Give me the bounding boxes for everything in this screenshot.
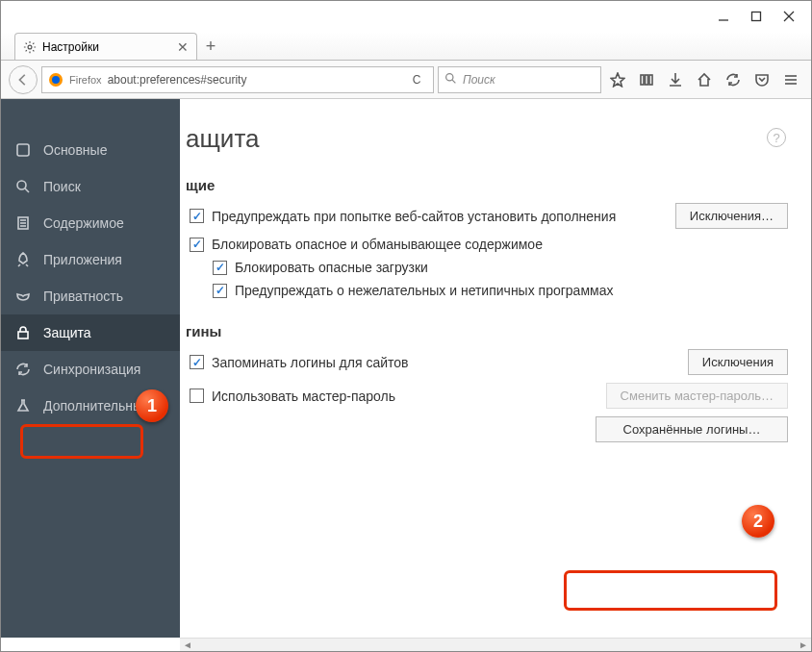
sidebar-item-label: Приватность: [43, 288, 123, 304]
svg-rect-1: [752, 13, 761, 21]
checkbox-remember-logins[interactable]: [190, 355, 204, 369]
svg-point-16: [17, 181, 26, 189]
sidebar-item-label: Содержимое: [43, 215, 124, 231]
horizontal-scrollbar[interactable]: ◄ ►: [180, 638, 811, 651]
section-general-heading: щие: [186, 177, 788, 193]
label-block-downloads: Блокировать опасные загрузки: [235, 260, 428, 275]
sidebar-item-search[interactable]: Поиск: [1, 168, 180, 205]
sidebar-item-label: Основные: [43, 142, 107, 158]
home-icon[interactable]: [692, 67, 717, 92]
label-remember-logins: Запоминать логины для сайтов: [212, 355, 408, 370]
page-title: ащита: [186, 124, 788, 154]
sync-icon: [14, 361, 32, 378]
exceptions-logins-button[interactable]: Исключения: [688, 349, 788, 375]
svg-line-8: [452, 80, 455, 83]
label-warn-addons: Предупреждать при попытке веб-сайтов уст…: [212, 209, 616, 224]
window-close-button[interactable]: [773, 5, 805, 28]
firefox-icon: [48, 72, 63, 88]
menu-icon[interactable]: [778, 67, 803, 92]
search-icon: [444, 72, 457, 88]
sidebar-item-applications[interactable]: Приложения: [1, 241, 180, 278]
sync-icon[interactable]: [721, 67, 746, 92]
new-tab-button[interactable]: +: [197, 33, 224, 60]
annotation-marker-2: 2: [742, 505, 774, 538]
label-block-dangerous: Блокировать опасное и обманывающее содер…: [212, 237, 543, 252]
checkbox-master-password[interactable]: [190, 389, 204, 403]
gear-icon: [23, 40, 37, 54]
svg-point-7: [446, 73, 453, 80]
checkbox-warn-unwanted[interactable]: [213, 284, 227, 298]
label-warn-unwanted: Предупреждать о нежелательных и нетипичн…: [235, 283, 613, 298]
scroll-left-arrow[interactable]: ◄: [180, 639, 195, 650]
svg-rect-10: [646, 75, 648, 85]
svg-rect-11: [649, 75, 652, 85]
svg-line-17: [25, 188, 29, 192]
window-minimize-button[interactable]: [707, 5, 740, 28]
tab-strip: Настройки ✕ +: [1, 32, 811, 61]
sidebar-item-security[interactable]: Защита: [1, 314, 180, 351]
search-bar[interactable]: Поиск: [438, 66, 601, 93]
svg-point-6: [52, 76, 60, 84]
sidebar-item-label: Приложения: [43, 252, 122, 267]
section-logins-heading: гины: [186, 323, 788, 339]
tab-title: Настройки: [42, 40, 99, 54]
downloads-icon[interactable]: [663, 67, 688, 92]
preferences-main: ащита ? щие Предупреждать при попытке ве…: [180, 99, 811, 638]
document-icon: [14, 214, 32, 232]
mask-icon: [14, 288, 32, 305]
label-master-password: Использовать мастер-пароль: [212, 389, 395, 404]
tab-close-button[interactable]: ✕: [177, 39, 189, 55]
exceptions-addons-button[interactable]: Исключения…: [675, 203, 788, 229]
window-titlebar: [1, 1, 811, 32]
tab-settings[interactable]: Настройки ✕: [14, 33, 197, 60]
sidebar-item-label: Поиск: [43, 179, 81, 194]
svg-rect-15: [17, 144, 29, 156]
nav-toolbar: Firefox about:preferences#security C Пои…: [1, 61, 811, 99]
sidebar-item-label: Синхронизация: [43, 362, 140, 377]
sidebar-item-content[interactable]: Содержимое: [1, 205, 180, 241]
reload-button[interactable]: C: [406, 73, 427, 87]
flask-icon: [14, 397, 32, 414]
rocket-icon: [14, 251, 32, 268]
svg-point-4: [28, 45, 32, 49]
sidebar-item-privacy[interactable]: Приватность: [1, 278, 180, 314]
change-master-password-button[interactable]: Сменить мастер-пароль…: [606, 383, 788, 409]
search-icon: [14, 178, 32, 195]
sidebar-item-sync[interactable]: Синхронизация: [1, 351, 180, 388]
checkbox-warn-addons[interactable]: [190, 209, 204, 223]
sidebar-item-general[interactable]: Основные: [1, 132, 180, 168]
preferences-sidebar: Основные Поиск Содержимое Приложения При…: [1, 99, 180, 638]
library-icon[interactable]: [634, 67, 659, 92]
checkbox-block-dangerous[interactable]: [190, 238, 204, 252]
window-maximize-button[interactable]: [740, 5, 773, 28]
urlbar-brand: Firefox: [69, 74, 102, 86]
saved-logins-button[interactable]: Сохранённые логины…: [596, 416, 788, 442]
svg-rect-9: [641, 75, 644, 85]
scroll-right-arrow[interactable]: ►: [796, 639, 811, 650]
svg-rect-22: [18, 332, 28, 339]
url-bar[interactable]: Firefox about:preferences#security C: [41, 66, 434, 93]
lock-icon: [14, 324, 32, 341]
annotation-marker-1: 1: [136, 389, 168, 422]
search-placeholder: Поиск: [463, 73, 495, 87]
sidebar-item-label: Дополнительные: [43, 398, 150, 414]
square-icon: [14, 141, 32, 159]
checkbox-block-downloads[interactable]: [213, 261, 227, 275]
help-button[interactable]: ?: [767, 128, 786, 147]
bookmark-star-icon[interactable]: [605, 67, 630, 92]
urlbar-text: about:preferences#security: [108, 73, 247, 87]
back-button[interactable]: [9, 65, 38, 94]
sidebar-item-label: Защита: [43, 325, 91, 340]
pocket-icon[interactable]: [749, 67, 774, 92]
